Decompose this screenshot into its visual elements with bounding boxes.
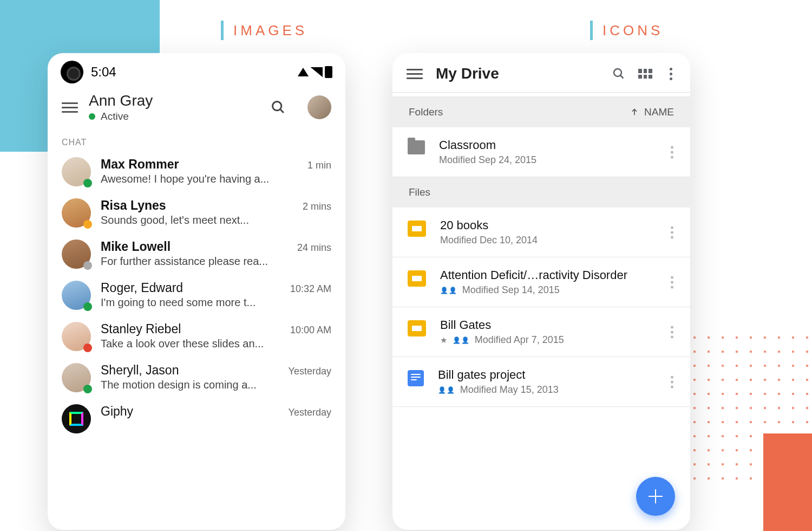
item-name: Bill Gates: [440, 318, 675, 332]
files-label: Files: [409, 186, 430, 198]
chat-time: 10:00 AM: [290, 325, 331, 336]
status-time: 5:04: [91, 64, 116, 80]
menu-icon[interactable]: [407, 69, 423, 79]
item-meta: ★👤 👤Modified Apr 7, 2015: [440, 334, 675, 346]
file-item[interactable]: Bill Gates★👤 👤Modified Apr 7, 2015: [392, 307, 690, 357]
chat-name: Sheryll, Jason: [101, 363, 179, 378]
user-avatar[interactable]: [307, 95, 331, 119]
chat-name: Mike Lowell: [101, 239, 171, 254]
chat-avatar: [62, 404, 91, 433]
folder-icon: [408, 140, 425, 154]
svg-point-2: [614, 69, 621, 76]
view-grid-icon[interactable]: [638, 69, 652, 79]
chat-header-name: Ann Gray: [89, 92, 260, 109]
search-icon[interactable]: [271, 100, 286, 115]
item-meta: Modified Dec 10, 2014: [440, 235, 675, 246]
chat-time: Yesterday: [289, 407, 331, 418]
item-more-icon[interactable]: [666, 276, 677, 288]
chat-preview: I'm going to need some more t...: [101, 296, 331, 309]
chat-section-label: CHAT: [48, 132, 345, 155]
chat-item[interactable]: Mike Lowell24 minsFor further assistance…: [48, 237, 345, 279]
chat-avatar: [62, 322, 91, 351]
presence-indicator-icon: [83, 385, 92, 393]
file-item[interactable]: 20 booksModified Dec 10, 2014: [392, 208, 690, 257]
files-section-header: Files: [392, 177, 690, 208]
chat-time: Yesterday: [289, 366, 331, 377]
item-more-icon[interactable]: [666, 226, 677, 238]
drive-header: My Drive: [392, 53, 690, 93]
chat-avatar: [62, 281, 91, 310]
chat-name: Max Rommer: [101, 157, 179, 172]
folder-item[interactable]: ClassroomModified Sep 24, 2015: [392, 127, 690, 177]
heading-icons-text: ICONS: [603, 22, 663, 39]
wifi-icon: [298, 68, 309, 76]
camera-icon: [61, 61, 83, 83]
item-more-icon[interactable]: [666, 146, 677, 158]
item-name: Bill gates project: [438, 368, 675, 382]
more-vert-icon[interactable]: [665, 68, 676, 80]
arrow-up-icon: [630, 108, 639, 116]
chat-preview: Take a look over these slides an...: [101, 338, 331, 350]
item-name: Classroom: [439, 138, 675, 152]
heading-bar-icon: [590, 21, 593, 40]
presence-dot-icon: [89, 113, 95, 120]
chat-status-text: Active: [101, 111, 129, 122]
chat-item[interactable]: GiphyYesterday: [48, 402, 345, 443]
menu-icon[interactable]: [62, 102, 78, 113]
chat-avatar: [62, 239, 91, 269]
chat-phone: 5:04 Ann Gray Active CHAT Max Rommer1 mi…: [48, 53, 345, 530]
slides-icon: [408, 320, 426, 336]
chat-item[interactable]: Stanley Riebel10:00 AMTake a look over t…: [48, 320, 345, 361]
chat-time: 10:32 AM: [290, 283, 331, 295]
chat-name: Roger, Edward: [101, 281, 183, 295]
chat-preview: The motion design is coming a...: [101, 379, 331, 391]
heading-images-text: IMAGES: [233, 22, 307, 39]
sort-label: NAME: [644, 106, 674, 118]
heading-images: IMAGES: [221, 21, 307, 40]
chat-avatar: [62, 363, 91, 392]
drive-phone: My Drive Folders NAME ClassroomModified …: [392, 53, 690, 530]
item-more-icon[interactable]: [666, 326, 677, 338]
file-item[interactable]: Bill gates project👤 👤Modified May 15, 20…: [392, 357, 690, 407]
folders-label: Folders: [409, 106, 443, 118]
chat-name: Risa Lynes: [101, 198, 166, 213]
slides-icon: [408, 270, 426, 287]
chat-item[interactable]: Max Rommer1 minAwesome! I hope you're ha…: [48, 155, 345, 196]
status-icons: [298, 66, 332, 78]
chat-name: Giphy: [101, 404, 133, 419]
item-meta: Modified Sep 24, 2015: [439, 154, 675, 166]
chat-header: Ann Gray Active: [48, 87, 345, 132]
presence-indicator-icon: [83, 344, 92, 352]
heading-bar-icon: [221, 21, 224, 40]
svg-line-1: [280, 109, 284, 113]
shared-icon: 👤 👤: [438, 386, 455, 394]
chat-item[interactable]: Sheryll, JasonYesterdayThe motion design…: [48, 361, 345, 402]
svg-line-3: [620, 75, 624, 79]
presence-indicator-icon: [83, 302, 92, 311]
sort-button[interactable]: NAME: [630, 106, 674, 118]
file-item[interactable]: Attention Deficit/…ractivity Disorder👤 👤…: [392, 257, 690, 307]
star-icon: ★: [440, 335, 447, 345]
item-meta: 👤 👤Modified Sep 14, 2015: [440, 284, 675, 296]
presence-indicator-icon: [83, 179, 92, 187]
chat-time: 2 mins: [303, 201, 331, 212]
chat-preview: For further assistance please rea...: [101, 255, 331, 268]
shared-icon: 👤 👤: [453, 336, 469, 344]
docs-icon: [408, 370, 424, 386]
item-meta: 👤 👤Modified May 15, 2013: [438, 384, 675, 396]
presence-indicator-icon: [83, 261, 92, 270]
drive-title: My Drive: [436, 65, 599, 82]
chat-name: Stanley Riebel: [101, 322, 181, 336]
item-more-icon[interactable]: [666, 375, 677, 388]
cell-signal-icon: [311, 67, 323, 77]
shared-icon: 👤 👤: [440, 287, 457, 294]
chat-time: 24 mins: [297, 242, 331, 254]
item-name: 20 books: [440, 218, 675, 232]
chat-header-status: Active: [89, 111, 260, 122]
fab-add-button[interactable]: [636, 477, 675, 516]
chat-item[interactable]: Roger, Edward10:32 AMI'm going to need s…: [48, 279, 345, 320]
chat-time: 1 min: [307, 160, 331, 171]
chat-item[interactable]: Risa Lynes2 minsSounds good, let's meet …: [48, 196, 345, 237]
chat-avatar: [62, 157, 91, 186]
search-icon[interactable]: [612, 67, 625, 80]
